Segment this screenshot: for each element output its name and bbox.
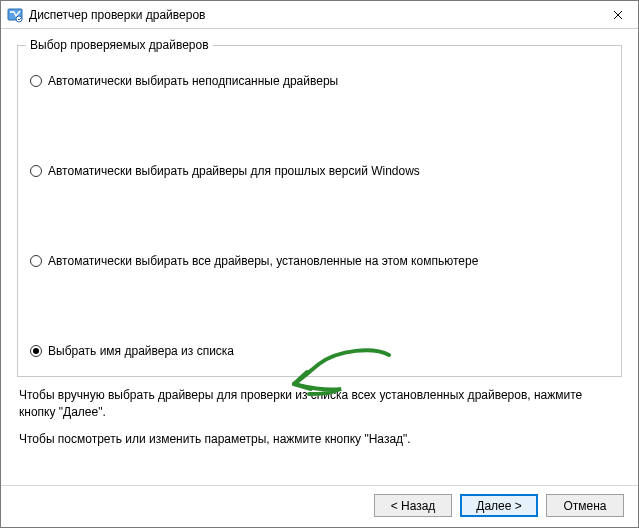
dialog-window: Диспетчер проверки драйверов Выбор прове… <box>0 0 639 528</box>
info-paragraph-1: Чтобы вручную выбрать драйверы для прове… <box>19 387 620 421</box>
footer-buttons: < Назад Далее > Отмена <box>1 485 638 527</box>
radio-icon <box>30 75 42 87</box>
group-legend: Выбор проверяемых драйверов <box>26 38 213 52</box>
close-icon <box>613 10 623 20</box>
radio-option-all-drivers[interactable]: Автоматически выбирать все драйверы, уст… <box>30 254 609 268</box>
next-button[interactable]: Далее > <box>460 494 538 517</box>
svg-point-1 <box>16 16 22 22</box>
back-button[interactable]: < Назад <box>374 494 452 517</box>
radio-label-text: Автоматически выбирать неподписанные дра… <box>48 74 338 88</box>
radio-icon <box>30 255 42 267</box>
radio-icon <box>30 345 42 357</box>
radio-option-from-list[interactable]: Выбрать имя драйвера из списка <box>30 344 609 358</box>
radio-icon <box>30 165 42 177</box>
info-paragraph-2: Чтобы посмотреть или изменить параметры,… <box>19 431 620 448</box>
radio-option-unsigned[interactable]: Автоматически выбирать неподписанные дра… <box>30 74 609 88</box>
close-button[interactable] <box>598 1 638 29</box>
app-icon <box>7 7 23 23</box>
client-area: Выбор проверяемых драйверов Автоматическ… <box>1 29 638 485</box>
driver-selection-group: Выбор проверяемых драйверов Автоматическ… <box>17 45 622 377</box>
info-text-block: Чтобы вручную выбрать драйверы для прове… <box>17 387 622 447</box>
cancel-button[interactable]: Отмена <box>546 494 624 517</box>
radio-label-text: Выбрать имя драйвера из списка <box>48 344 234 358</box>
radio-option-older-windows[interactable]: Автоматически выбирать драйверы для прош… <box>30 164 609 178</box>
window-title: Диспетчер проверки драйверов <box>29 8 598 22</box>
radio-label-text: Автоматически выбирать все драйверы, уст… <box>48 254 478 268</box>
titlebar: Диспетчер проверки драйверов <box>1 1 638 29</box>
radio-label-text: Автоматически выбирать драйверы для прош… <box>48 164 420 178</box>
